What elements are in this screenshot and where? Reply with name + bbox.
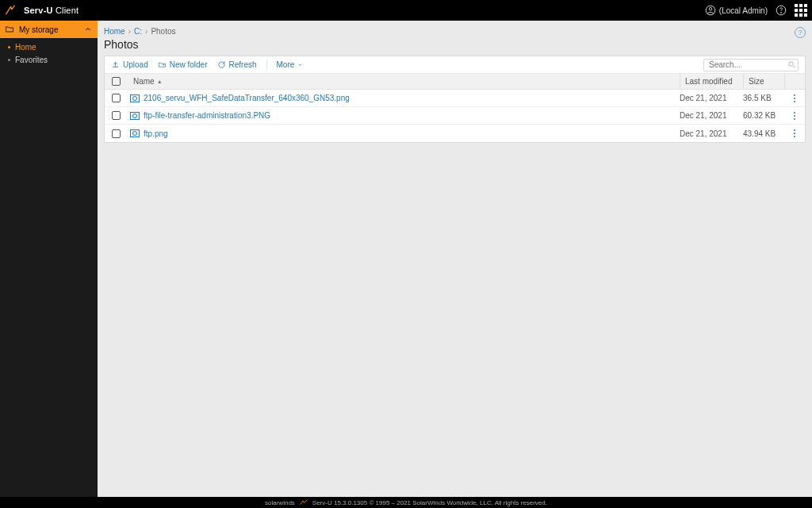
select-all-checkbox[interactable] — [112, 77, 121, 86]
column-header-name[interactable]: Name ▲ — [127, 77, 680, 86]
cell-size: 60.32 KB — [743, 111, 784, 120]
sidebar-item-label: Home — [15, 43, 36, 52]
user-label: (Local Admin) — [719, 6, 768, 15]
svg-point-4 — [789, 61, 794, 66]
breadcrumb-link[interactable]: C: — [134, 27, 142, 36]
app-header: Serv-U Client (Local Admin) — [0, 0, 812, 21]
cell-modified: Dec 21, 2021 — [680, 111, 743, 120]
sidebar-storage-label: My storage — [19, 25, 58, 34]
brand-title: Serv-U Client — [24, 6, 79, 15]
file-panel: Upload New folder Refresh More — [104, 56, 806, 143]
table-row: 2106_servu_WFH_SafeDataTransfer_640x360_… — [105, 90, 805, 107]
solarwinds-icon — [300, 499, 308, 506]
more-menu-button[interactable]: More — [277, 60, 304, 69]
footer-brand: solarwinds — [265, 499, 295, 506]
search-icon — [787, 60, 796, 69]
bullet-icon — [8, 46, 10, 48]
sidebar: My storage Home Favorites — [0, 21, 98, 497]
search-box — [703, 59, 799, 71]
toolbar-separator — [266, 60, 267, 71]
toolbar: Upload New folder Refresh More — [105, 56, 805, 74]
file-link[interactable]: 2106_servu_WFH_SafeDataTransfer_640x360_… — [130, 94, 350, 102]
new-folder-button[interactable]: New folder — [158, 60, 208, 69]
refresh-button[interactable]: Refresh — [217, 60, 257, 69]
search-input[interactable] — [703, 59, 799, 71]
breadcrumb-sep: › — [128, 27, 131, 36]
brand-icon — [0, 0, 21, 21]
folder-icon — [5, 25, 14, 34]
footer-text: Serv-U 15.3.0.1305 © 1995 – 2021 SolarWi… — [312, 499, 547, 506]
main-area: Home › C: › Photos Photos ? Upload — [98, 21, 812, 497]
sidebar-item-favorites[interactable]: Favorites — [0, 53, 98, 66]
svg-point-3 — [781, 12, 782, 13]
chevron-down-icon — [297, 61, 304, 68]
chevron-up-icon — [83, 25, 93, 34]
new-folder-icon — [158, 60, 167, 69]
row-checkbox[interactable] — [112, 129, 121, 138]
row-checkbox[interactable] — [112, 94, 121, 102]
svg-point-1 — [709, 8, 712, 11]
upload-icon — [111, 60, 120, 69]
row-actions-button[interactable] — [784, 112, 805, 120]
user-menu[interactable]: (Local Admin) — [705, 5, 768, 16]
more-vert-icon — [794, 129, 795, 137]
upload-button[interactable]: Upload — [111, 60, 148, 69]
image-file-icon — [130, 112, 140, 120]
bullet-icon — [8, 59, 10, 61]
breadcrumb-link[interactable]: Home — [104, 27, 125, 36]
image-file-icon — [130, 129, 140, 137]
breadcrumb-current: Photos — [151, 27, 175, 36]
sidebar-item-home[interactable]: Home — [0, 40, 98, 53]
more-vert-icon — [794, 112, 795, 120]
header-help-button[interactable] — [776, 5, 787, 16]
cell-size: 36.5 KB — [743, 94, 784, 102]
breadcrumb: Home › C: › Photos — [104, 25, 176, 37]
file-link[interactable]: ftp-file-transfer-administration3.PNG — [130, 111, 270, 120]
apps-menu-button[interactable] — [795, 4, 807, 17]
sidebar-storage-header[interactable]: My storage — [0, 21, 98, 38]
image-file-icon — [130, 94, 140, 102]
cell-modified: Dec 21, 2021 — [680, 129, 743, 138]
column-header-modified[interactable]: Last modified — [680, 74, 743, 89]
refresh-icon — [217, 60, 226, 69]
row-actions-button[interactable] — [784, 129, 805, 137]
page-title: Photos — [104, 38, 176, 51]
footer: solarwinds Serv-U 15.3.0.1305 © 1995 – 2… — [0, 497, 812, 508]
page-help-button[interactable]: ? — [795, 27, 806, 38]
more-vert-icon — [794, 94, 795, 102]
table-row: ftp.png Dec 21, 2021 43.94 KB — [105, 125, 805, 142]
apps-grid-icon — [795, 4, 807, 17]
cell-modified: Dec 21, 2021 — [680, 94, 743, 102]
sort-asc-icon: ▲ — [157, 79, 163, 84]
column-header-size[interactable]: Size — [743, 74, 784, 89]
file-link[interactable]: ftp.png — [130, 129, 168, 138]
sidebar-item-label: Favorites — [15, 56, 48, 64]
row-checkbox[interactable] — [112, 111, 121, 120]
breadcrumb-sep: › — [145, 27, 147, 36]
cell-size: 43.94 KB — [743, 129, 784, 138]
row-actions-button[interactable] — [784, 94, 805, 102]
table-row: ftp-file-transfer-administration3.PNG De… — [105, 107, 805, 125]
table-header: Name ▲ Last modified Size — [105, 74, 805, 90]
